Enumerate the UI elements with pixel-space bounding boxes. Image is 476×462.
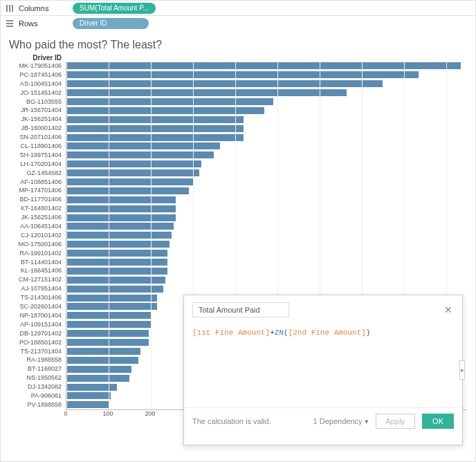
bar[interactable] <box>66 187 189 194</box>
bar[interactable] <box>66 107 264 114</box>
y-tick-label: DB-129701402 <box>9 329 66 338</box>
bar[interactable] <box>66 169 199 176</box>
bar[interactable] <box>66 357 138 364</box>
bar-row[interactable] <box>66 231 467 240</box>
bar[interactable] <box>66 80 383 87</box>
bar[interactable] <box>66 303 157 310</box>
ok-button[interactable]: OK <box>422 414 454 429</box>
bar[interactable] <box>66 134 244 141</box>
bar-row[interactable] <box>66 124 467 133</box>
bar[interactable] <box>66 392 111 399</box>
bar[interactable] <box>66 178 193 185</box>
bar-row[interactable] <box>66 222 467 231</box>
rows-shelf[interactable]: Rows Driver ID <box>0 15 476 30</box>
bar[interactable] <box>66 241 170 248</box>
expr-op: + <box>270 329 275 337</box>
bar[interactable] <box>66 214 176 221</box>
bar-row[interactable] <box>66 80 467 89</box>
bar[interactable] <box>66 160 201 167</box>
y-tick-label: KT-164801402 <box>9 204 66 213</box>
bar[interactable] <box>66 98 273 105</box>
bar-row[interactable] <box>66 249 467 258</box>
bar[interactable] <box>66 116 244 123</box>
bar[interactable] <box>66 205 176 212</box>
y-tick-label: JR-156701404 <box>9 106 66 115</box>
svg-rect-1 <box>9 5 10 12</box>
calculation-editor-dialog[interactable]: ✕ [1st Fine Amount]+ZN([2nd Fine Amount]… <box>183 295 463 445</box>
bar-row[interactable] <box>66 213 467 222</box>
columns-shelf[interactable]: Columns SUM(Total Amount P... <box>0 0 476 15</box>
bar-row[interactable] <box>66 115 467 124</box>
bar[interactable] <box>66 142 220 149</box>
bar-row[interactable] <box>66 169 467 178</box>
y-tick-label: MK-179051406 <box>9 62 66 71</box>
bar-row[interactable] <box>66 62 467 71</box>
bar-row[interactable] <box>66 178 467 187</box>
bar[interactable] <box>66 286 163 293</box>
bar-row[interactable] <box>66 142 467 151</box>
bar[interactable] <box>66 259 167 266</box>
expr-close-paren: ) <box>366 329 371 337</box>
y-tick-label: LH-170201404 <box>9 160 66 169</box>
bar[interactable] <box>66 196 176 203</box>
bar[interactable] <box>66 223 174 230</box>
bar[interactable] <box>66 348 140 355</box>
apply-button[interactable]: Apply <box>376 414 416 429</box>
bar[interactable] <box>66 384 117 391</box>
bar[interactable] <box>66 277 165 284</box>
calculation-expression-editor[interactable]: [1st Fine Amount]+ZN([2nd Fine Amount]) <box>184 324 462 407</box>
y-tick-label: CM-127151402 <box>9 275 66 284</box>
x-tick-label: 200 <box>145 410 156 417</box>
y-tick-label: AA-106451404 <box>9 222 66 231</box>
y-tick-label: JK-156251404 <box>9 115 66 124</box>
bar-row[interactable] <box>66 71 467 80</box>
bar[interactable] <box>66 71 419 78</box>
bar-row[interactable] <box>66 195 467 204</box>
bar[interactable] <box>66 232 172 239</box>
bar-row[interactable] <box>66 106 467 115</box>
x-tick-label: 0 <box>64 410 67 417</box>
bar-row[interactable] <box>66 240 467 249</box>
y-axis-title: Driver ID <box>9 54 66 62</box>
columns-pill[interactable]: SUM(Total Amount P... <box>73 3 156 14</box>
calculation-name-input[interactable] <box>192 302 289 317</box>
bar[interactable] <box>66 151 214 158</box>
bar[interactable] <box>66 401 109 408</box>
calculation-valid-message: The calculation is valid. <box>192 417 271 425</box>
bar[interactable] <box>66 321 151 328</box>
chart-area: Who paid the most? The least? Driver ID … <box>0 30 476 462</box>
bar[interactable] <box>66 330 149 337</box>
bar[interactable] <box>66 268 167 275</box>
bar-row[interactable] <box>66 266 467 275</box>
rows-pill[interactable]: Driver ID <box>73 18 149 29</box>
bar-row[interactable] <box>66 89 467 98</box>
bar-row[interactable] <box>66 98 467 107</box>
bar[interactable] <box>66 375 129 382</box>
bar[interactable] <box>66 89 347 96</box>
bar-row[interactable] <box>66 186 467 195</box>
bar[interactable] <box>66 125 244 132</box>
y-tick-label: RA-199101402 <box>9 249 66 258</box>
y-tick-label: MO-175001406 <box>9 240 66 249</box>
y-tick-label: PV-1898558 <box>9 400 66 409</box>
bar-row[interactable] <box>66 204 467 213</box>
bar[interactable] <box>66 250 167 257</box>
close-icon[interactable]: ✕ <box>443 304 454 316</box>
columns-icon <box>5 3 15 13</box>
bar[interactable] <box>66 312 151 319</box>
y-tick-label: SC-202601404 <box>9 302 66 311</box>
bar[interactable] <box>66 295 157 302</box>
y-tick-label: BD-117701406 <box>9 195 66 204</box>
bar-row[interactable] <box>66 258 467 267</box>
bar-row[interactable] <box>66 284 467 293</box>
dependency-dropdown[interactable]: 1 Dependency ▾ <box>313 417 369 426</box>
bar[interactable] <box>66 62 461 69</box>
dialog-resize-handle[interactable]: ▸ <box>459 360 465 380</box>
bar-row[interactable] <box>66 151 467 160</box>
bar[interactable] <box>66 366 131 373</box>
bar-row[interactable] <box>66 275 467 284</box>
y-tick-label: AJ-107951404 <box>9 284 66 293</box>
bar[interactable] <box>66 339 149 346</box>
bar-row[interactable] <box>66 133 467 142</box>
bar-row[interactable] <box>66 160 467 169</box>
